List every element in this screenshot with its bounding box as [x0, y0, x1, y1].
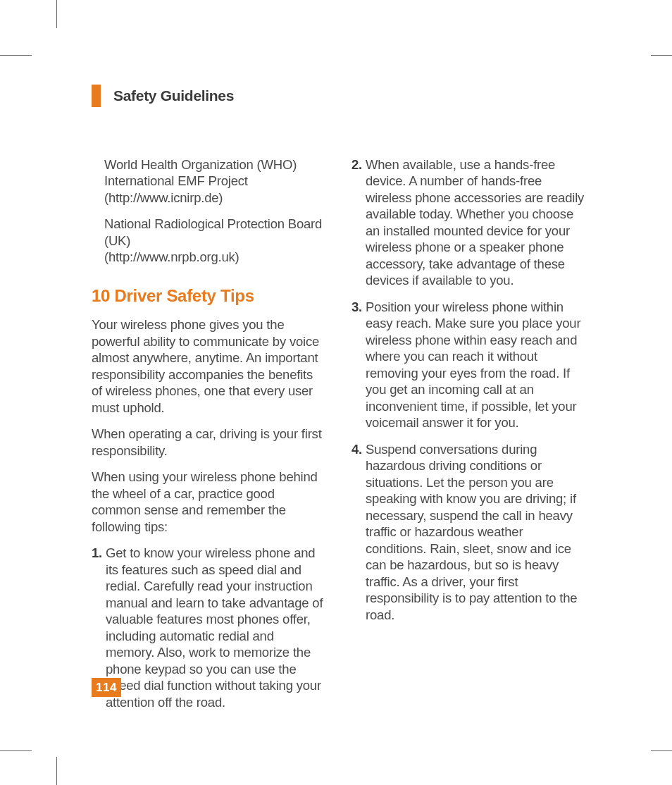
tip-text: Suspend conversations during hazardous d…: [366, 441, 585, 623]
tip-item-2: 2. When available, use a hands-free devi…: [351, 156, 585, 289]
page-number: 114: [92, 678, 121, 697]
tip-item-1: 1. Get to know your wireless phone and i…: [92, 545, 325, 710]
reference-nrpb: National Radiological Protection Board (…: [104, 216, 325, 265]
tip-text: Get to know your wireless phone and its …: [106, 545, 325, 710]
crop-mark: [56, 0, 57, 28]
ref-line: International EMF Project: [104, 173, 325, 189]
page-content: Safety Guidelines World Health Organizat…: [92, 85, 585, 720]
ref-line: National Radiological Protection Board (…: [104, 216, 325, 249]
reference-who: World Health Organization (WHO) Internat…: [104, 156, 325, 206]
tip-number: 2.: [351, 156, 366, 289]
tip-number: 3.: [351, 299, 366, 431]
tip-item-4: 4. Suspend conversations during hazardou…: [351, 441, 585, 623]
tip-item-3: 3. Position your wireless phone within e…: [351, 299, 585, 431]
tip-text: Position your wireless phone within easy…: [366, 299, 585, 431]
header-accent-bar: [92, 85, 101, 107]
ref-line: (http://www.icnirp.de): [104, 190, 325, 206]
tip-text: When available, use a hands-free device.…: [366, 156, 585, 289]
intro-paragraph: When using your wireless phone behind th…: [92, 469, 325, 535]
left-column: World Health Organization (WHO) Internat…: [92, 156, 325, 720]
header-title: Safety Guidelines: [113, 87, 234, 104]
right-column: 2. When available, use a hands-free devi…: [351, 156, 585, 720]
section-heading: 10 Driver Safety Tips: [92, 285, 325, 307]
ref-line: World Health Organization (WHO): [104, 156, 325, 173]
crop-mark: [651, 55, 672, 56]
ref-line: (http://www.nrpb.org.uk): [104, 249, 325, 265]
tip-number: 4.: [351, 441, 366, 623]
section-header: Safety Guidelines: [92, 85, 585, 107]
two-column-layout: World Health Organization (WHO) Internat…: [92, 156, 585, 720]
intro-paragraph: When operating a car, driving is your fi…: [92, 426, 325, 459]
intro-paragraph: Your wireless phone gives you the powerf…: [92, 316, 325, 416]
crop-mark: [651, 750, 672, 751]
crop-mark: [56, 757, 57, 785]
crop-mark: [0, 55, 32, 56]
crop-mark: [0, 750, 32, 751]
